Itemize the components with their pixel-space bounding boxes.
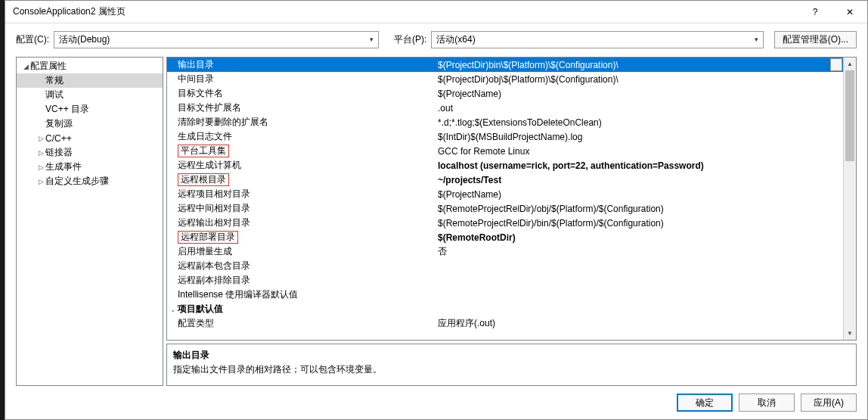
config-label: 配置(C):: [16, 33, 49, 46]
property-label: Intellisense 使用编译器默认值: [167, 288, 438, 302]
toolbar: 配置(C): 活动(Debug) ▾ 平台(P): 活动(x64) ▾ 配置管理…: [5, 23, 867, 49]
property-row[interactable]: 平台工具集GCC for Remote Linux: [167, 144, 843, 158]
property-pages-dialog: ConsoleApplication2 属性页 ? ✕ 配置(C): 活动(De…: [5, 0, 868, 420]
ok-button[interactable]: 确定: [677, 394, 733, 412]
property-row[interactable]: 中间目录$(ProjectDir)obj\$(Platform)\$(Confi…: [167, 72, 843, 86]
platform-label: 平台(P):: [394, 33, 426, 46]
property-row[interactable]: 远程副本排除目录: [167, 273, 843, 288]
tree-item-custom-build[interactable]: ▷自定义生成步骤: [17, 174, 163, 188]
property-value[interactable]: localhost (username=rick, port=22, authe…: [438, 160, 843, 171]
chevron-down-icon: ▾: [755, 36, 758, 43]
property-label: 远程根目录: [167, 173, 438, 187]
config-combo[interactable]: 活动(Debug) ▾: [54, 31, 379, 48]
property-row[interactable]: 清除时要删除的扩展名*.d;*.tlog;$(ExtensionsToDelet…: [167, 115, 843, 129]
property-row[interactable]: 远程副本包含目录: [167, 259, 843, 273]
property-row[interactable]: Intellisense 使用编译器默认值: [167, 288, 843, 302]
property-value[interactable]: 应用程序(.out): [438, 317, 843, 330]
property-label: 远程部署目录: [167, 230, 438, 244]
close-icon: ✕: [846, 7, 854, 17]
config-combo-value: 活动(Debug): [59, 33, 367, 46]
scroll-up-icon[interactable]: ▲: [844, 58, 856, 70]
property-row[interactable]: 启用增量生成否: [167, 244, 843, 259]
property-label: 清除时要删除的扩展名: [167, 115, 438, 129]
window-title: ConsoleApplication2 属性页: [13, 5, 798, 18]
tree-item-ccpp[interactable]: ▷C/C++: [17, 131, 163, 145]
property-row[interactable]: 远程部署目录$(RemoteRootDir): [167, 230, 843, 244]
property-value[interactable]: $(ProjectDir)obj\$(Platform)\$(Configura…: [438, 74, 843, 85]
property-grid[interactable]: 输出目录$(ProjectDir)bin\$(Platform)\$(Confi…: [167, 58, 843, 340]
config-manager-button[interactable]: 配置管理器(O)...: [774, 31, 857, 48]
property-label: 中间目录: [167, 72, 438, 86]
property-row[interactable]: 远程输出相对目录$(RemoteProjectRelDir)/bin/$(Pla…: [167, 216, 843, 230]
property-label: 输出目录: [167, 58, 438, 72]
expand-icon[interactable]: ▷: [36, 163, 45, 171]
right-column: 输出目录$(ProjectDir)bin\$(Platform)\$(Confi…: [166, 57, 857, 386]
property-label: 远程生成计算机: [167, 158, 438, 173]
dialog-footer: 确定 取消 应用(A): [5, 386, 867, 419]
tree-item-linker[interactable]: ▷链接器: [17, 145, 163, 160]
property-value[interactable]: $(ProjectName): [438, 89, 843, 99]
dropdown-icon[interactable]: ⌄: [830, 58, 842, 71]
property-value[interactable]: $(IntDir)$(MSBuildProjectName).log: [438, 132, 843, 142]
property-value[interactable]: GCC for Remote Linux: [438, 146, 843, 157]
collapse-icon[interactable]: ⌄: [169, 306, 178, 313]
tree-item-vcpp-dirs[interactable]: VC++ 目录: [17, 102, 163, 117]
property-row[interactable]: 生成日志文件$(IntDir)$(MSBuildProjectName).log: [167, 129, 843, 144]
nav-tree[interactable]: ◢ 配置属性 常规 调试 VC++ 目录 复制源 ▷C/C++ ▷链接器 ▷生成…: [16, 57, 163, 386]
titlebar: ConsoleApplication2 属性页 ? ✕: [5, 1, 867, 23]
property-label: 远程副本排除目录: [167, 273, 438, 288]
grid-section-header[interactable]: ⌄项目默认值: [167, 302, 843, 316]
tree-item-debug[interactable]: 调试: [17, 88, 163, 102]
cancel-button[interactable]: 取消: [739, 394, 795, 412]
property-label: 生成日志文件: [167, 129, 438, 144]
expand-icon[interactable]: ▷: [36, 149, 45, 157]
description-panel: 输出目录 指定输出文件目录的相对路径；可以包含环境变量。: [166, 344, 857, 386]
property-label: 目标文件名: [167, 86, 438, 101]
property-row[interactable]: 远程生成计算机localhost (username=rick, port=22…: [167, 158, 843, 173]
platform-combo[interactable]: 活动(x64) ▾: [431, 31, 764, 48]
tree-root-label: 配置属性: [30, 60, 67, 73]
property-row[interactable]: 配置类型应用程序(.out): [167, 316, 843, 331]
property-value[interactable]: ~/projects/Test: [438, 175, 843, 185]
property-value[interactable]: $(ProjectDir)bin\$(Platform)\$(Configura…: [438, 60, 830, 70]
property-row[interactable]: 目标文件扩展名.out: [167, 101, 843, 115]
property-label: 配置类型: [167, 316, 438, 331]
platform-combo-value: 活动(x64): [436, 33, 752, 46]
description-title: 输出目录: [173, 349, 850, 362]
tree-item-general[interactable]: 常规: [17, 73, 163, 88]
property-label: 目标文件扩展名: [167, 101, 438, 115]
tree-item-build-events[interactable]: ▷生成事件: [17, 160, 163, 174]
property-row[interactable]: 远程项目相对目录$(ProjectName): [167, 187, 843, 201]
property-value[interactable]: .out: [438, 103, 843, 114]
property-row[interactable]: 输出目录$(ProjectDir)bin\$(Platform)\$(Confi…: [167, 58, 843, 72]
vertical-scrollbar[interactable]: ▲ ▼: [843, 58, 856, 340]
property-value[interactable]: $(RemoteProjectRelDir)/bin/$(Platform)/$…: [438, 218, 843, 229]
property-label: 远程中间相对目录: [167, 201, 438, 216]
tree-root-config-props[interactable]: ◢ 配置属性: [17, 59, 163, 73]
collapse-icon[interactable]: ◢: [21, 63, 30, 70]
property-value[interactable]: $(RemoteRootDir): [438, 232, 843, 243]
property-value[interactable]: 否: [438, 245, 843, 258]
chevron-down-icon: ▾: [370, 36, 374, 43]
expand-icon[interactable]: ▷: [36, 135, 45, 142]
dialog-body: ◢ 配置属性 常规 调试 VC++ 目录 复制源 ▷C/C++ ▷链接器 ▷生成…: [5, 49, 867, 386]
expand-icon[interactable]: ▷: [36, 178, 45, 185]
tree-item-copy-source[interactable]: 复制源: [17, 117, 163, 131]
close-button[interactable]: ✕: [832, 1, 867, 23]
property-grid-wrap: 输出目录$(ProjectDir)bin\$(Platform)\$(Confi…: [166, 57, 857, 341]
property-label: 远程输出相对目录: [167, 216, 438, 230]
property-row[interactable]: 远程中间相对目录$(RemoteProjectRelDir)/obj/$(Pla…: [167, 201, 843, 216]
description-text: 指定输出文件目录的相对路径；可以包含环境变量。: [173, 363, 850, 376]
property-value[interactable]: *.d;*.tlog;$(ExtensionsToDeleteOnClean): [438, 117, 843, 128]
scroll-down-icon[interactable]: ▼: [844, 327, 856, 340]
property-label: 启用增量生成: [167, 244, 438, 259]
property-row[interactable]: 目标文件名$(ProjectName): [167, 86, 843, 101]
property-value[interactable]: $(ProjectName): [438, 189, 843, 200]
property-value[interactable]: $(RemoteProjectRelDir)/obj/$(Platform)/$…: [438, 204, 843, 214]
property-label: 远程副本包含目录: [167, 259, 438, 273]
apply-button[interactable]: 应用(A): [801, 394, 857, 412]
help-button[interactable]: ?: [798, 1, 832, 23]
property-label: 远程项目相对目录: [167, 187, 438, 201]
property-row[interactable]: 远程根目录~/projects/Test: [167, 173, 843, 187]
scroll-thumb[interactable]: [845, 70, 854, 161]
